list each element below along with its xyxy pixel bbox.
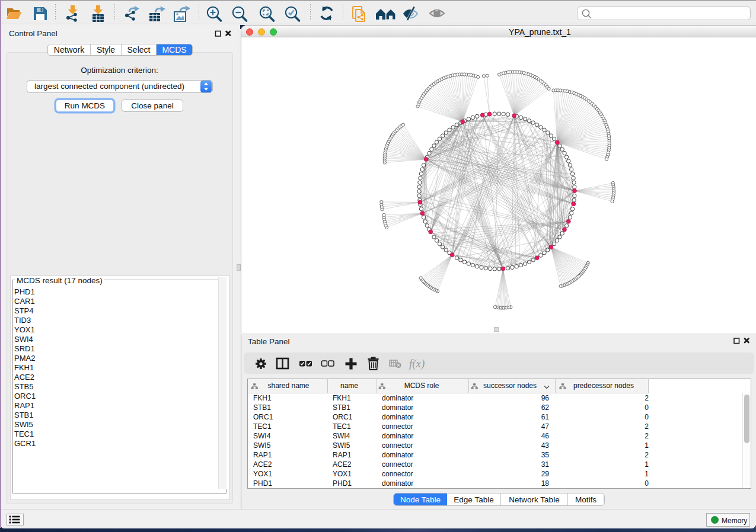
svg-text:f(x): f(x) bbox=[409, 357, 425, 370]
